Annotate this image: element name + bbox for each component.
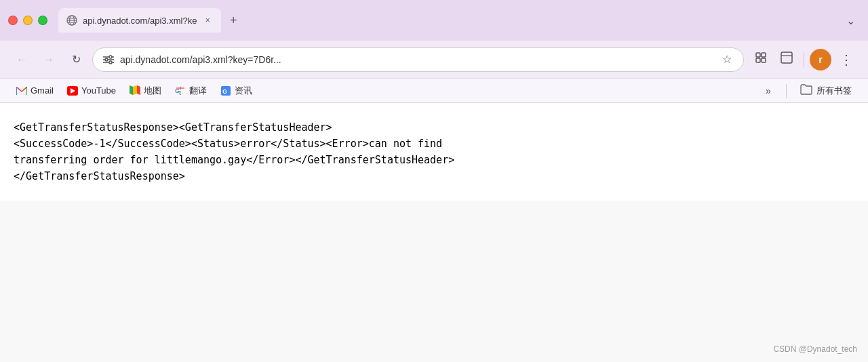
xml-response-text: <GetTransferStatusResponse><GetTransferS… bbox=[14, 119, 854, 184]
all-bookmarks-button[interactable]: 所有书签 bbox=[795, 81, 857, 100]
bookmarks-bar: Gmail YouTube 地图 G t bbox=[0, 79, 868, 103]
bookmark-youtube[interactable]: YouTube bbox=[62, 83, 121, 99]
translate-label: 翻译 bbox=[189, 85, 207, 97]
new-tab-button[interactable]: + bbox=[224, 11, 243, 30]
extensions-button[interactable] bbox=[749, 48, 772, 71]
svg-point-6 bbox=[109, 56, 112, 58]
page-content: <GetTransferStatusResponse><GetTransferS… bbox=[0, 103, 868, 201]
title-bar: api.dynadot.com/api3.xml?ke × + ⌄ bbox=[0, 0, 868, 41]
svg-rect-15 bbox=[762, 53, 766, 57]
nav-bar: ← → ↻ api.dynadot.com/api3.xml?key=7D6r.… bbox=[0, 41, 868, 79]
back-icon: ← bbox=[16, 54, 27, 66]
translate-icon: G t bbox=[175, 85, 186, 96]
tab-globe-icon bbox=[66, 15, 77, 26]
bookmarks-divider bbox=[786, 84, 787, 98]
more-menu-button[interactable]: ⋮ bbox=[834, 48, 857, 71]
svg-marker-24 bbox=[130, 85, 133, 95]
svg-marker-25 bbox=[133, 85, 137, 95]
forward-icon: → bbox=[43, 54, 54, 66]
tab-overflow-button[interactable]: ⌄ bbox=[841, 11, 860, 30]
bookmark-news[interactable]: G 资讯 bbox=[215, 82, 258, 100]
bookmark-star-button[interactable]: ☆ bbox=[720, 53, 734, 66]
gmail-icon bbox=[16, 85, 27, 96]
minimize-window-button[interactable] bbox=[23, 16, 33, 25]
attribution-text: CSDN @Dynadot_tech bbox=[773, 344, 857, 354]
maximize-window-button[interactable] bbox=[38, 16, 47, 25]
window-controls bbox=[8, 16, 47, 25]
svg-text:t: t bbox=[179, 89, 181, 96]
youtube-icon bbox=[67, 85, 78, 96]
more-menu-icon: ⋮ bbox=[840, 52, 852, 68]
gmail-label: Gmail bbox=[31, 85, 54, 96]
nav-right-buttons: r ⋮ bbox=[749, 48, 857, 71]
svg-marker-26 bbox=[137, 85, 140, 95]
tab-view-icon bbox=[780, 51, 793, 68]
back-button[interactable]: ← bbox=[11, 49, 33, 71]
page-footer: CSDN @Dynadot_tech bbox=[773, 344, 857, 354]
svg-rect-14 bbox=[756, 53, 760, 57]
svg-text:G: G bbox=[222, 88, 227, 95]
svg-rect-17 bbox=[762, 58, 766, 62]
bookmark-gmail[interactable]: Gmail bbox=[11, 83, 59, 99]
address-bar[interactable]: api.dynadot.com/api3.xml?key=7D6r... ☆ bbox=[92, 47, 744, 72]
folder-icon bbox=[800, 84, 812, 97]
profile-button[interactable]: r bbox=[810, 49, 831, 71]
svg-rect-18 bbox=[781, 52, 792, 63]
bookmarks-overflow-button[interactable]: » bbox=[759, 81, 778, 100]
news-icon: G bbox=[220, 85, 231, 96]
tune-icon bbox=[102, 54, 115, 66]
svg-point-5 bbox=[105, 58, 108, 61]
tab-view-button[interactable] bbox=[775, 48, 798, 71]
star-icon: ☆ bbox=[722, 53, 732, 66]
close-window-button[interactable] bbox=[8, 16, 18, 25]
reload-button[interactable]: ↻ bbox=[65, 49, 87, 71]
all-bookmarks-label: 所有书签 bbox=[816, 85, 852, 97]
extensions-icon bbox=[754, 51, 768, 68]
youtube-label: YouTube bbox=[81, 85, 116, 96]
tab-title: api.dynadot.com/api3.xml?ke bbox=[83, 16, 197, 26]
maps-icon bbox=[130, 85, 140, 96]
youtube-play-triangle bbox=[71, 88, 75, 94]
bookmark-maps[interactable]: 地图 bbox=[124, 82, 167, 100]
news-label: 资讯 bbox=[235, 85, 252, 97]
forward-button[interactable]: → bbox=[38, 49, 60, 71]
tab-area: api.dynadot.com/api3.xml?ke × + bbox=[58, 8, 835, 33]
svg-point-7 bbox=[109, 61, 112, 64]
maps-label: 地图 bbox=[144, 85, 161, 97]
bookmark-translate[interactable]: G t 翻译 bbox=[170, 82, 212, 100]
svg-rect-16 bbox=[756, 58, 760, 62]
reload-icon: ↻ bbox=[72, 53, 81, 66]
nav-divider bbox=[804, 52, 804, 68]
tab-close-button[interactable]: × bbox=[202, 15, 213, 26]
active-tab[interactable]: api.dynadot.com/api3.xml?ke × bbox=[58, 8, 221, 33]
address-text: api.dynadot.com/api3.xml?key=7D6r... bbox=[120, 54, 715, 65]
